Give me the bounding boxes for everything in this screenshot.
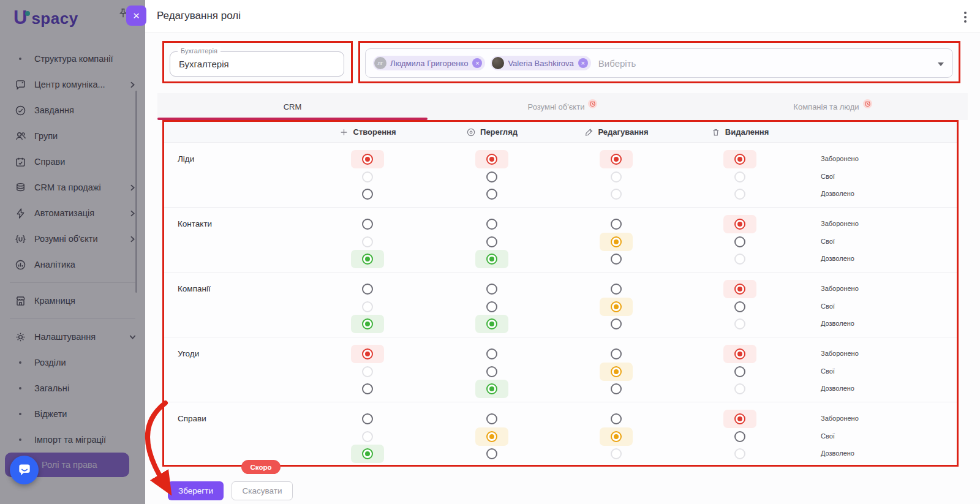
radio-companies-create-0[interactable] (351, 280, 384, 298)
radio-deals-view-2[interactable] (475, 380, 508, 398)
radio-companies-delete-2[interactable] (723, 315, 756, 333)
radio-contacts-create-1[interactable] (351, 233, 384, 251)
radio-leads-edit-2[interactable] (600, 185, 633, 203)
radio-cases-delete-1[interactable] (723, 427, 756, 446)
sidebar-item-communication-center[interactable]: Центр комуніка... (0, 72, 145, 97)
entity-label: Угоди (178, 349, 199, 358)
dot-icon (13, 53, 27, 65)
plus-icon (339, 127, 349, 137)
radio-contacts-edit-1[interactable] (600, 233, 633, 251)
radio-cases-edit-1[interactable] (600, 427, 633, 446)
sidebar-item-groups[interactable]: Групи (0, 123, 145, 149)
sidebar-scrollbar[interactable] (135, 91, 137, 293)
kebab-menu-icon[interactable] (959, 9, 972, 24)
radio-deals-edit-2[interactable] (600, 380, 633, 398)
radio-deals-create-2[interactable] (351, 380, 384, 398)
radio-companies-create-1[interactable] (351, 298, 384, 316)
radio-companies-delete-0[interactable] (723, 280, 756, 298)
sidebar-item-crm-sales[interactable]: CRM та продажі (0, 175, 145, 200)
radio-contacts-edit-2[interactable] (600, 250, 633, 268)
radio-leads-edit-1[interactable] (600, 168, 633, 186)
sidebar-item-sections[interactable]: Розділи (0, 350, 145, 375)
radio-contacts-view-2[interactable] (475, 250, 508, 268)
sidebar-item-tasks[interactable]: Завдання (0, 97, 145, 123)
radio-deals-delete-2[interactable] (723, 380, 756, 398)
radio-cases-view-2[interactable] (475, 445, 508, 463)
radio-deals-create-1[interactable] (351, 363, 384, 381)
radio-cases-edit-0[interactable] (600, 410, 633, 428)
radio-contacts-view-0[interactable] (475, 215, 508, 233)
users-icon (13, 130, 27, 142)
radio-companies-edit-1[interactable] (600, 298, 633, 316)
radio-leads-create-2[interactable] (351, 185, 384, 203)
column-header-delete: Видалення (711, 122, 769, 142)
radio-deals-edit-1[interactable] (600, 363, 633, 381)
radio-deals-delete-0[interactable] (723, 345, 756, 363)
radio-contacts-delete-0[interactable] (723, 215, 756, 233)
radio-companies-edit-0[interactable] (600, 280, 633, 298)
sidebar-item-general[interactable]: Загальні (0, 375, 145, 401)
sidebar-item-settings[interactable]: Налаштування (0, 324, 145, 350)
cancel-button[interactable]: Скасувати (232, 481, 293, 500)
sidebar-item-import-migrations[interactable]: Імпорт та міграції (0, 427, 145, 453)
permission-row-deals: УгодиЗабороненоСвоїДозволено (164, 337, 957, 402)
sidebar-item-company-structure[interactable]: Структура компанії (0, 46, 145, 72)
save-button[interactable]: Зберегти (168, 481, 224, 500)
radio-companies-delete-1[interactable] (723, 298, 756, 316)
tab-crm[interactable]: CRM (157, 93, 428, 120)
radio-deals-delete-1[interactable] (723, 363, 756, 381)
entity-label: Справи (178, 414, 206, 423)
close-menu-button[interactable]: × (126, 6, 146, 26)
option-label: Заборонено (821, 220, 859, 227)
radio-deals-edit-0[interactable] (600, 345, 633, 363)
radio-contacts-view-1[interactable] (475, 233, 508, 251)
radio-deals-create-0[interactable] (351, 345, 384, 363)
radio-leads-view-2[interactable] (475, 185, 508, 203)
dot-icon (13, 382, 27, 394)
radio-contacts-delete-1[interactable] (723, 233, 756, 251)
radio-companies-edit-2[interactable] (600, 315, 633, 333)
radio-companies-create-2[interactable] (351, 315, 384, 333)
tab-company-people[interactable]: Компанія та люди (698, 93, 968, 120)
radio-leads-create-1[interactable] (351, 168, 384, 186)
radio-companies-view-0[interactable] (475, 280, 508, 298)
logo-dot-icon (25, 11, 30, 16)
sidebar-item-smart-objects[interactable]: Розумні об'єкти (0, 226, 145, 252)
radio-contacts-delete-2[interactable] (723, 250, 756, 268)
radio-contacts-edit-0[interactable] (600, 215, 633, 233)
sidebar-item-widgets[interactable]: Віджети (0, 401, 145, 427)
radio-cases-create-1[interactable] (351, 427, 384, 446)
radio-companies-view-2[interactable] (475, 315, 508, 333)
role-name-input[interactable] (170, 52, 344, 76)
option-label: Свої (821, 303, 835, 310)
radio-contacts-create-0[interactable] (351, 215, 384, 233)
radio-leads-delete-0[interactable] (723, 150, 756, 168)
sidebar-item-activities[interactable]: Справи (0, 149, 145, 175)
radio-leads-delete-1[interactable] (723, 168, 756, 186)
sidebar-item-store[interactable]: Крамниця (0, 288, 145, 314)
radio-cases-create-0[interactable] (351, 410, 384, 428)
radio-leads-delete-2[interactable] (723, 185, 756, 203)
radio-deals-view-0[interactable] (475, 345, 508, 363)
sidebar-item-automation[interactable]: Автоматизація (0, 200, 145, 226)
radio-leads-view-1[interactable] (475, 168, 508, 186)
role-name-field: Бухгалтерія (170, 51, 344, 77)
radio-cases-view-1[interactable] (475, 427, 508, 446)
radio-cases-create-2[interactable] (351, 445, 384, 463)
remove-member-icon[interactable]: × (578, 58, 588, 68)
radio-cases-edit-2[interactable] (600, 445, 633, 463)
tab-smart-objects[interactable]: Розумні об'єкти (428, 93, 698, 120)
chat-widget-button[interactable] (10, 456, 39, 484)
radio-leads-view-0[interactable] (475, 150, 508, 168)
radio-cases-delete-2[interactable] (723, 445, 756, 463)
radio-companies-view-1[interactable] (475, 298, 508, 316)
radio-cases-view-0[interactable] (475, 410, 508, 428)
radio-contacts-create-2[interactable] (351, 250, 384, 268)
remove-member-icon[interactable]: × (472, 58, 482, 68)
radio-cases-delete-0[interactable] (723, 410, 756, 428)
radio-deals-view-1[interactable] (475, 363, 508, 381)
sidebar-item-analytics[interactable]: Аналітика (0, 252, 145, 277)
radio-leads-create-0[interactable] (351, 150, 384, 168)
members-select[interactable]: ЛГ Людмила Григоренко × VB Valeria Bashk… (365, 48, 953, 78)
radio-leads-edit-0[interactable] (600, 150, 633, 168)
